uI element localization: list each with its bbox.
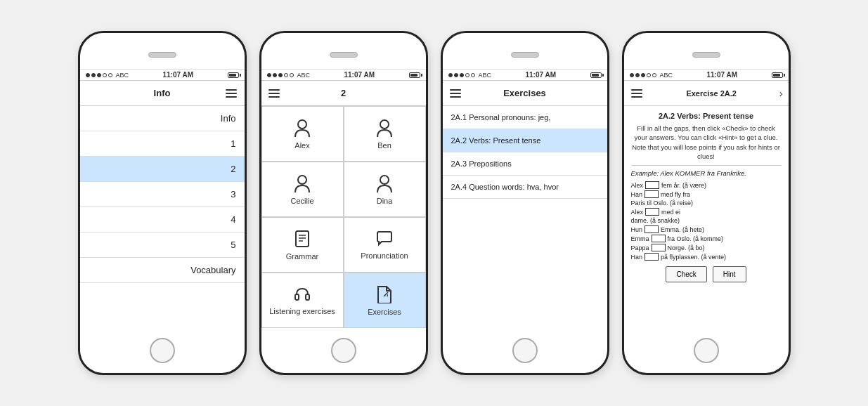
fill-input-9[interactable] bbox=[644, 253, 659, 261]
phone-3-top bbox=[443, 33, 607, 70]
home-button-2[interactable] bbox=[331, 338, 356, 363]
fill-input-1[interactable] bbox=[645, 181, 659, 189]
svg-point-1 bbox=[380, 120, 389, 129]
home-button-1[interactable] bbox=[150, 338, 175, 363]
svg-point-3 bbox=[380, 176, 389, 184]
fill-input-2[interactable] bbox=[644, 190, 659, 198]
grid-item-dina[interactable]: Dina bbox=[344, 162, 426, 217]
hamburger-line-3 bbox=[226, 96, 237, 98]
phone-3-status-bar: ABC 11:07 AM bbox=[443, 70, 607, 81]
book-icon bbox=[294, 230, 310, 248]
menu-item-3[interactable]: 3 bbox=[80, 182, 245, 207]
phone-1-nav-title: Info bbox=[154, 88, 171, 98]
signal-dot-4 bbox=[103, 73, 107, 77]
phone-2-signal-dots bbox=[267, 73, 294, 77]
signal-dot-3 bbox=[97, 73, 101, 77]
phone-2-time: 11:07 AM bbox=[344, 71, 375, 79]
fill-row-7: Emma fra Oslo. (å komme) bbox=[631, 235, 782, 242]
phone-2-carrier: ABC bbox=[297, 72, 311, 79]
phone-1-top bbox=[80, 33, 245, 70]
phone-4-nav-title: Exercise 2A.2 bbox=[686, 89, 737, 98]
chevron-right-icon[interactable]: › bbox=[779, 88, 783, 99]
grid-item-grammar[interactable]: Grammar bbox=[261, 217, 344, 273]
grid-item-exercises[interactable]: Exercises bbox=[344, 273, 426, 328]
menu-item-1[interactable]: 1 bbox=[80, 131, 245, 157]
fill-row-5: dame. (å snakke) bbox=[631, 217, 782, 224]
phone-2: ABC 11:07 AM 2 bbox=[259, 31, 428, 375]
phone-2-battery bbox=[409, 72, 420, 78]
menu-item-5[interactable]: 5 bbox=[80, 233, 245, 258]
phone-2-status-bar: ABC 11:07 AM bbox=[261, 70, 426, 81]
phone-2-status-left: ABC bbox=[267, 72, 311, 79]
hamburger-icon-1[interactable] bbox=[224, 88, 238, 99]
grid-label-exercises: Exercises bbox=[368, 308, 401, 316]
exercise-item-2a4[interactable]: 2A.4 Question words: hva, hvor bbox=[443, 176, 607, 199]
fill-row-1: Alex fem år. (å være) bbox=[631, 181, 782, 189]
status-time: 11:07 AM bbox=[162, 71, 193, 79]
phone-1-speaker bbox=[148, 52, 176, 58]
grid-item-pronunciation[interactable]: Pronunciation bbox=[344, 217, 426, 273]
fill-row-4: Alex med ei bbox=[631, 208, 782, 216]
menu-item-info[interactable]: Info bbox=[80, 106, 245, 131]
fill-input-8[interactable] bbox=[652, 244, 666, 251]
check-button[interactable]: Check bbox=[666, 266, 706, 282]
svg-rect-9 bbox=[306, 294, 309, 300]
phone-4-nav-bar: Exercise 2A.2 › bbox=[624, 81, 789, 106]
hamburger-icon-4[interactable] bbox=[630, 88, 644, 99]
battery-fill bbox=[229, 74, 236, 77]
hamburger-line-2 bbox=[226, 93, 237, 94]
phone-4-screen: ABC 11:07 AM Exercise 2A.2 › bbox=[624, 70, 789, 328]
fill-input-6[interactable] bbox=[644, 225, 659, 233]
grid-item-alex[interactable]: Alex bbox=[261, 106, 344, 162]
signal-dot-1 bbox=[86, 73, 90, 77]
phones-container: ABC 11:07 AM Info bbox=[64, 17, 805, 389]
home-button-4[interactable] bbox=[694, 338, 719, 363]
grid-label-cecilie: Cecilie bbox=[290, 197, 313, 205]
grid-item-listening[interactable]: Listening exercises bbox=[261, 273, 344, 328]
exercise-item-2a1[interactable]: 2A.1 Personal pronouns: jeg, bbox=[443, 106, 607, 129]
grid-label-dina: Dina bbox=[377, 197, 393, 205]
phone-4-top bbox=[624, 33, 789, 70]
exercise-item-2a3[interactable]: 2A.3 Prepositions bbox=[443, 152, 607, 176]
grid-item-ben[interactable]: Ben bbox=[344, 106, 426, 162]
grid-item-cecilie[interactable]: Cecilie bbox=[261, 162, 344, 217]
phone-3: ABC 11:07 AM Exercises bbox=[441, 31, 609, 375]
fill-row-8: Pappa Norge. (å bo) bbox=[631, 244, 782, 251]
home-button-3[interactable] bbox=[512, 338, 538, 363]
phone-1-menu-list: Info 1 2 3 4 5 Vocabulary bbox=[80, 106, 245, 328]
phone-4: ABC 11:07 AM Exercise 2A.2 › bbox=[622, 31, 791, 375]
phone-3-bottom bbox=[443, 328, 607, 373]
headphone-icon bbox=[294, 286, 311, 303]
svg-rect-4 bbox=[296, 231, 309, 247]
fill-row-2: Han med fly fra bbox=[631, 190, 782, 198]
phone-4-status-bar: ABC 11:07 AM bbox=[624, 70, 789, 81]
hamburger-icon-2[interactable] bbox=[267, 88, 281, 99]
fill-row-6: Hun Emma. (å hete) bbox=[631, 225, 782, 233]
menu-item-vocabulary[interactable]: Vocabulary bbox=[80, 258, 245, 283]
grid-label-ben: Ben bbox=[377, 141, 391, 150]
hint-button[interactable]: Hint bbox=[713, 266, 746, 282]
menu-item-4[interactable]: 4 bbox=[80, 207, 245, 233]
phone-2-speaker bbox=[330, 52, 358, 58]
exercise-instructions: Fill in all the gaps, then click «Check»… bbox=[631, 124, 782, 161]
phone-1: ABC 11:07 AM Info bbox=[78, 31, 247, 375]
hamburger-icon-3[interactable] bbox=[448, 88, 462, 99]
person-icon-ben bbox=[377, 119, 392, 137]
phone-1-status-bar: ABC 11:07 AM bbox=[80, 70, 245, 81]
phone-4-speaker bbox=[692, 52, 720, 58]
fill-input-4[interactable] bbox=[645, 208, 659, 216]
chat-icon bbox=[376, 230, 393, 247]
signal-dot-2 bbox=[91, 73, 96, 77]
grid-label-listening: Listening exercises bbox=[269, 307, 335, 315]
hamburger-line-1 bbox=[226, 89, 237, 91]
phone-2-screen: ABC 11:07 AM 2 bbox=[261, 70, 426, 328]
person-icon-alex bbox=[294, 119, 310, 137]
exercise-item-2a2[interactable]: 2A.2 Verbs: Present tense bbox=[443, 129, 607, 152]
phone-1-screen: ABC 11:07 AM Info bbox=[80, 70, 245, 328]
exercise-example: Example: Alex KOMMER fra Frankrike. bbox=[631, 169, 782, 177]
menu-item-2[interactable]: 2 bbox=[80, 157, 245, 182]
grid-label-grammar: Grammar bbox=[286, 252, 318, 261]
fill-input-7[interactable] bbox=[652, 235, 666, 242]
fill-row-9: Han på flyplassen. (å vente) bbox=[631, 253, 782, 261]
signal-dots bbox=[86, 73, 112, 77]
